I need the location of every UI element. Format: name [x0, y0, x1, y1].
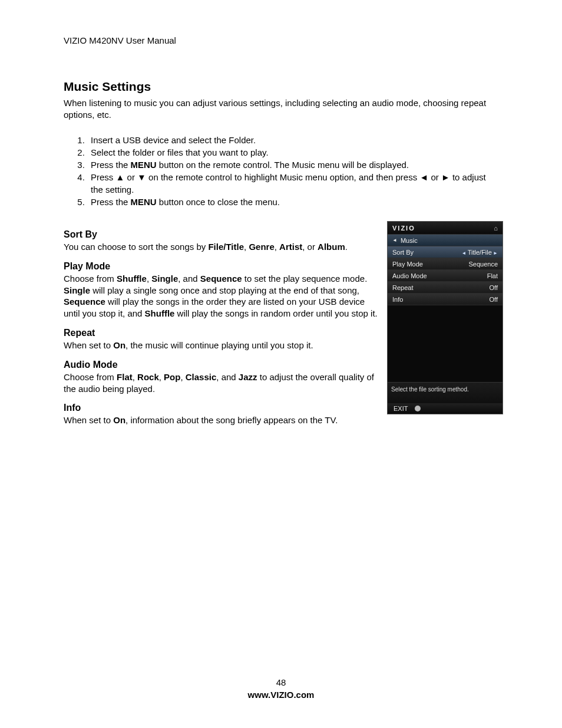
osd-row-audiomode: Audio Mode Flat [388, 270, 503, 282]
footer-url: www.VIZIO.com [0, 690, 562, 700]
text: Album [318, 242, 345, 252]
sortby-body: You can choose to sort the songs by File… [64, 241, 379, 253]
osd-row-sortby: Sort By ◄ Title/File ► [388, 246, 503, 258]
text: , [159, 372, 164, 382]
text: Classic [186, 372, 217, 382]
step-3: Press the MENU button on the remote cont… [87, 159, 500, 171]
osd-spacer [388, 305, 503, 382]
text: On [113, 415, 125, 425]
text: , information about the song briefly app… [125, 415, 338, 425]
osd-breadcrumb: ◄ Music [388, 235, 503, 246]
osd-row-value: ◄ Title/File ► [462, 249, 498, 256]
text: , [147, 274, 151, 284]
text: . [345, 242, 348, 252]
text: Pop [164, 372, 180, 382]
audiomode-body: Choose from Flat, Rock, Pop, Classic, an… [64, 371, 379, 395]
document-header: VIZIO M420NV User Manual [64, 35, 503, 45]
osd-row-label: Play Mode [392, 261, 423, 268]
osd-row-label: Audio Mode [392, 272, 427, 279]
osd-breadcrumb-label: Music [401, 237, 418, 244]
osd-titlebar: VIZIO ⌂ [388, 222, 503, 235]
text: When set to [64, 415, 113, 425]
osd-exit-label: EXIT [394, 405, 408, 412]
text: Shuffle [145, 308, 175, 318]
text: or [124, 172, 137, 182]
left-arrow-icon: ◄ [419, 172, 428, 182]
text: Rock [137, 372, 159, 382]
text: Sequence [64, 297, 105, 307]
text: When set to [64, 340, 113, 350]
text: Choose from [64, 372, 117, 382]
text: Folder. [229, 135, 256, 145]
sortby-title: Sort By [64, 229, 379, 240]
osd-rows: Sort By ◄ Title/File ► Play Mode Sequenc… [388, 246, 503, 305]
page-number: 48 [0, 677, 562, 687]
text: , the music will continue playing until … [125, 340, 313, 350]
menu-label: MENU [131, 197, 157, 207]
step-5: Press the MENU button once to close the … [87, 196, 500, 208]
text: Press [91, 172, 116, 182]
back-arrow-icon: ◄ [392, 238, 397, 243]
osd-menu: VIZIO ⌂ ◄ Music Sort By ◄ Title/File ► P… [387, 221, 503, 414]
text: , and [178, 274, 200, 284]
steps-list: Insert a USB device and select the Folde… [64, 134, 500, 209]
repeat-title: Repeat [64, 328, 379, 338]
page-footer: 48 www.VIZIO.com [0, 677, 562, 700]
playmode-body: Choose from Shuffle, Single, and Sequenc… [64, 273, 379, 319]
text: Flat [117, 372, 133, 382]
text: button once to close the menu. [157, 197, 280, 207]
text: Shuffle [117, 274, 147, 284]
text: Genre [249, 242, 274, 252]
text: Insert a USB device and select the [91, 135, 229, 145]
text: or [428, 172, 441, 182]
osd-row-label: Repeat [392, 284, 413, 291]
info-title: Info [64, 403, 379, 413]
osd-row-label: Sort By [392, 249, 414, 256]
right-chevron-icon: ► [492, 251, 498, 256]
text: , [133, 372, 137, 382]
section-intro: When listening to music you can adjust v… [64, 97, 500, 121]
text: Sequence [200, 274, 242, 284]
text: will play the songs in random order unti… [174, 308, 377, 318]
osd-row-repeat: Repeat Off [388, 282, 503, 294]
text: Jazz [239, 372, 257, 382]
text: Choose from [64, 274, 117, 284]
audiomode-title: Audio Mode [64, 360, 379, 370]
text: On [113, 340, 125, 350]
text: button on the remote control. The Music … [157, 160, 409, 170]
text: on the remote control to highlight Music… [146, 172, 419, 182]
text: Single [64, 285, 90, 295]
text: Title/File [468, 249, 492, 256]
osd-row-value: Off [490, 296, 498, 303]
text: File/Title [208, 242, 244, 252]
osd-row-label: Info [392, 296, 403, 303]
text: , [275, 242, 279, 252]
text: Artist [279, 242, 302, 252]
step-4: Press ▲ or ▼ on the remote control to hi… [87, 172, 500, 196]
text: Press the [91, 160, 131, 170]
osd-footer: EXIT [388, 403, 503, 414]
home-icon: ⌂ [494, 225, 498, 232]
osd-row-info: Info Off [388, 294, 503, 305]
text: to set the play sequence mode. [242, 274, 368, 284]
osd-row-value: Sequence [468, 261, 498, 268]
down-arrow-icon: ▼ [137, 172, 146, 182]
text: , and [216, 372, 239, 382]
osd-row-value: Flat [487, 272, 498, 279]
step-2: Select the folder or files that you want… [87, 147, 500, 159]
section-title: Music Settings [64, 80, 503, 94]
osd-row-playmode: Play Mode Sequence [388, 258, 503, 270]
text: , [180, 372, 185, 382]
text: Single [151, 274, 178, 284]
text: will play a single song once and stop pl… [90, 285, 359, 295]
playmode-title: Play Mode [64, 261, 379, 272]
text: You can choose to sort the songs by [64, 242, 208, 252]
text: , or [302, 242, 318, 252]
osd-row-value: Off [490, 284, 498, 291]
via-button-icon [415, 406, 421, 411]
right-arrow-icon: ► [441, 172, 450, 182]
repeat-body: When set to On, the music will continue … [64, 340, 379, 351]
menu-label: MENU [131, 160, 157, 170]
osd-hint: Select the file sorting method. [388, 382, 503, 403]
text: Press the [91, 197, 131, 207]
